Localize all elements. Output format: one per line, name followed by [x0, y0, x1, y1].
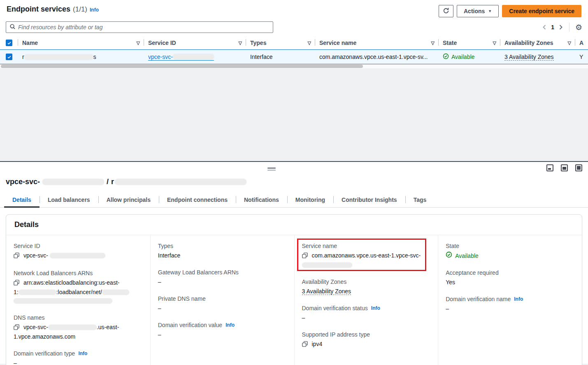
panel-size-full-icon[interactable]: [575, 164, 582, 171]
redacted-service-id: [173, 54, 214, 59]
tab-notifications[interactable]: Notifications: [236, 193, 287, 207]
copy-icon[interactable]: [302, 341, 308, 349]
split-panel-drag-handle-icon[interactable]: [267, 168, 276, 172]
info-link[interactable]: Info: [371, 305, 380, 311]
column-header-clipped[interactable]: A: [575, 38, 588, 49]
tab-monitoring[interactable]: Monitoring: [287, 193, 333, 207]
search-box[interactable]: [6, 21, 273, 33]
row-checkbox[interactable]: [6, 54, 12, 60]
page-number[interactable]: 1: [551, 24, 554, 30]
column-header-service-name[interactable]: Service name ▽: [315, 38, 439, 49]
details-card: Details Service ID vpce-svc- Network Loa…: [6, 214, 582, 365]
cell-name: r s: [18, 49, 144, 64]
redacted-dns-id: [48, 325, 97, 330]
scrollbar-thumb[interactable]: [1, 65, 363, 68]
previous-page-icon[interactable]: [542, 24, 547, 30]
field-domain-verification-type: Domain verification type Info –: [14, 350, 143, 365]
field-types: Types Interface: [158, 243, 287, 260]
panel-size-medium-icon[interactable]: [561, 164, 568, 171]
content-background: [0, 68, 588, 161]
copy-icon[interactable]: [302, 252, 308, 261]
field-availability-zones: Availability Zones 3 Availability Zones: [302, 278, 431, 296]
endpoint-services-table-card: Endpoint services (1/1) Info Actions ▼ C…: [0, 0, 588, 68]
field-private-dns-name: Private DNS name –: [158, 295, 287, 313]
copy-icon[interactable]: [14, 252, 19, 261]
redacted-service-id-value: [50, 253, 105, 258]
field-nlb-arns: Network Load Balancers ARNs arn:aws:elas…: [14, 270, 143, 305]
actions-label: Actions: [464, 8, 485, 14]
copy-icon[interactable]: [14, 324, 19, 332]
cell-clipped: Y: [575, 49, 588, 64]
next-page-icon[interactable]: [558, 24, 563, 30]
availability-zones-popover-link[interactable]: 3 Availability Zones: [504, 54, 554, 61]
cell-state: Available: [439, 49, 500, 64]
split-panel-title: vpce-svc- / r: [0, 162, 588, 186]
details-heading: Details: [6, 215, 582, 235]
filter-icon[interactable]: ▽: [239, 40, 242, 46]
tab-contributor-insights[interactable]: Contributor Insights: [333, 193, 405, 207]
field-domain-verification-status: Domain verification status Info –: [302, 305, 431, 322]
endpoint-services-table: Name ▽ Service ID ▽ Types ▽ Service name…: [0, 38, 588, 64]
filter-icon[interactable]: ▽: [431, 40, 435, 46]
chevron-down-icon: ▼: [488, 9, 492, 13]
redacted-name: [24, 54, 93, 60]
split-panel: vpce-svc- / r Details Load balancers All…: [0, 162, 588, 364]
cell-service-id: vpce-svc-: [144, 49, 246, 64]
refresh-icon: [443, 7, 449, 15]
cell-service-name: com.amazonaws.vpce.us-east-1.vpce-sv...: [315, 49, 439, 64]
tab-load-balancers[interactable]: Load balancers: [40, 193, 98, 207]
resource-count: (1/1): [73, 5, 87, 14]
panel-size-small-icon[interactable]: [546, 164, 553, 171]
pagination-divider: [569, 23, 569, 32]
search-input[interactable]: [18, 24, 270, 30]
create-label: Create endpoint service: [509, 8, 574, 14]
tab-endpoint-connections[interactable]: Endpoint connections: [159, 193, 236, 207]
page-title: Endpoint services (1/1) Info: [7, 5, 99, 14]
redacted-arn-line: [14, 298, 112, 304]
actions-button[interactable]: Actions ▼: [457, 5, 499, 17]
pagination: 1 ⚙: [542, 23, 582, 32]
tab-details[interactable]: Details: [4, 193, 40, 207]
details-column-3: Service name com.amazonaws.vpce.us-east-…: [294, 235, 438, 365]
field-supported-ip-type: Supported IP address type ipv4: [302, 331, 431, 349]
tab-allow-principals[interactable]: Allow principals: [98, 193, 159, 207]
copy-icon[interactable]: [14, 279, 19, 288]
availability-zones-popover-link[interactable]: 3 Availability Zones: [302, 288, 351, 295]
info-link[interactable]: Info: [225, 322, 235, 328]
column-header-service-id[interactable]: Service ID ▽: [144, 38, 246, 49]
filter-icon[interactable]: ▽: [137, 40, 140, 46]
field-domain-verification-value: Domain verification value Info –: [158, 322, 287, 339]
check-circle-icon: [446, 251, 452, 260]
filter-icon[interactable]: ▽: [568, 40, 571, 46]
field-dns-names: DNS names vpce-svc-.us-east- 1.vpce.amaz…: [14, 314, 143, 341]
details-column-4: State Available Acceptance required Yes: [438, 235, 582, 365]
column-header-name[interactable]: Name ▽: [18, 38, 144, 49]
field-state: State Available: [446, 243, 574, 260]
search-icon: [9, 23, 16, 31]
column-header-availability-zones[interactable]: Availability Zones ▽: [500, 38, 575, 49]
cell-types: Interface: [246, 49, 315, 64]
filter-icon[interactable]: ▽: [493, 40, 496, 46]
details-column-1: Service ID vpce-svc- Network Load Balanc…: [6, 235, 150, 365]
select-all-checkbox[interactable]: [6, 40, 12, 46]
tab-tags[interactable]: Tags: [405, 193, 435, 207]
column-header-state[interactable]: State ▽: [439, 38, 500, 49]
info-link[interactable]: Info: [78, 351, 87, 356]
field-gwlb-arns: Gateway Load Balancers ARNs –: [158, 269, 287, 286]
horizontal-scrollbar[interactable]: [0, 64, 588, 68]
service-id-link[interactable]: vpce-svc-: [148, 54, 214, 61]
create-endpoint-service-button[interactable]: Create endpoint service: [502, 5, 581, 17]
table-row: [0, 49, 18, 64]
info-link[interactable]: Info: [514, 296, 523, 302]
redacted-title-id: [42, 179, 104, 185]
redacted-lb-name: [102, 290, 129, 295]
header-select-all: [0, 38, 18, 49]
title-info-link[interactable]: Info: [90, 7, 99, 13]
cell-availability-zones: 3 Availability Zones: [500, 49, 575, 64]
refresh-button[interactable]: [439, 5, 453, 17]
field-acceptance-required: Acceptance required Yes: [446, 269, 574, 287]
filter-icon[interactable]: ▽: [308, 40, 311, 46]
table-settings-gear-icon[interactable]: ⚙: [575, 23, 582, 31]
redacted-service-name-id: [302, 262, 352, 268]
column-header-types[interactable]: Types ▽: [246, 38, 315, 49]
